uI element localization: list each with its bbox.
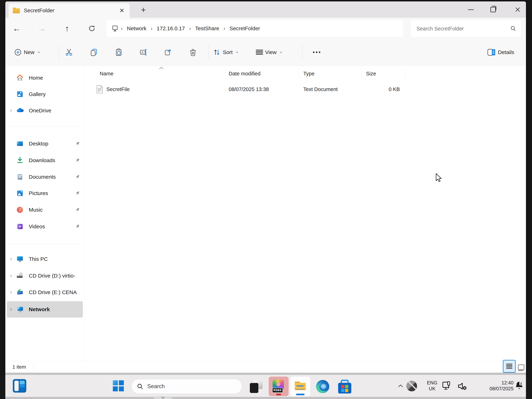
column-divider[interactable] bbox=[405, 68, 406, 80]
sidebar-label: Music bbox=[29, 207, 75, 213]
column-divider[interactable] bbox=[225, 68, 225, 80]
sidebar-label: This PC bbox=[29, 256, 83, 262]
this-pc-icon bbox=[112, 25, 118, 32]
sidebar-divider bbox=[9, 244, 80, 244]
status-divider bbox=[34, 363, 34, 371]
network-status-icon[interactable] bbox=[440, 380, 455, 392]
microsoft-store-icon[interactable] bbox=[337, 379, 352, 394]
minimize-button[interactable] bbox=[463, 4, 479, 15]
status-blocked-icon[interactable] bbox=[405, 380, 418, 392]
overlapping-windows-app-icon[interactable] bbox=[249, 380, 263, 394]
search-input[interactable] bbox=[416, 20, 502, 37]
new-tab-button[interactable]: + bbox=[138, 5, 149, 15]
column-header-size[interactable]: Size bbox=[366, 71, 376, 77]
search-icon bbox=[137, 383, 143, 390]
sidebar-item-network[interactable]: Network bbox=[7, 301, 83, 318]
search-box[interactable] bbox=[411, 20, 521, 37]
m365-badge: M365 bbox=[272, 388, 283, 393]
tab-secretfolder[interactable]: SecretFolder ✕ bbox=[8, 3, 130, 18]
delete-button[interactable] bbox=[184, 45, 202, 60]
notifications-dnd-button[interactable]: z bbox=[513, 380, 525, 392]
sidebar-item-music[interactable]: ♪ Music bbox=[7, 203, 83, 217]
command-bar: New bbox=[5, 39, 526, 66]
new-button[interactable]: New bbox=[12, 45, 43, 60]
widgets-icon[interactable] bbox=[13, 379, 27, 393]
pin-icon bbox=[75, 224, 80, 229]
breadcrumb-item-network[interactable]: Network bbox=[125, 24, 148, 32]
copy-icon bbox=[90, 48, 98, 56]
sidebar-item-cd-drive-d[interactable]: CD Drive (D:) virtio- bbox=[7, 269, 83, 283]
explorer-active-indicator bbox=[296, 394, 304, 395]
expand-chevron-icon[interactable] bbox=[7, 307, 15, 311]
file-explorer-window: SecretFolder ✕ + ← → ↑ bbox=[5, 1, 526, 373]
sidebar-item-home[interactable]: Home bbox=[7, 71, 83, 85]
breadcrumb-item-host[interactable]: 172.16.0.17 bbox=[155, 24, 187, 32]
sidebar-item-desktop[interactable]: Desktop bbox=[7, 136, 83, 151]
breadcrumb-separator: › bbox=[223, 26, 225, 32]
view-icon bbox=[256, 50, 263, 55]
hidden-window-handle[interactable] bbox=[154, 397, 172, 399]
rename-button[interactable]: A bbox=[135, 45, 152, 60]
file-explorer-app[interactable] bbox=[290, 377, 310, 396]
sidebar-label: CD Drive (E:) CENA bbox=[29, 289, 83, 295]
icons-view-toggle[interactable] bbox=[517, 363, 525, 371]
taskbar-search[interactable]: Search bbox=[132, 379, 242, 394]
view-button[interactable]: View bbox=[254, 45, 285, 60]
sidebar-item-onedrive[interactable]: OneDrive bbox=[7, 103, 83, 118]
cut-button[interactable] bbox=[60, 45, 77, 60]
close-icon bbox=[515, 7, 520, 12]
m365-copilot-app[interactable]: M365 bbox=[269, 377, 289, 396]
refresh-button[interactable] bbox=[84, 21, 99, 36]
close-button[interactable] bbox=[510, 4, 526, 15]
column-header-type[interactable]: Type bbox=[303, 71, 315, 77]
chevron-down-icon bbox=[279, 50, 283, 54]
search-icon bbox=[510, 25, 516, 32]
column-header-name[interactable]: Name bbox=[100, 71, 113, 77]
details-pane-button[interactable]: Details bbox=[485, 45, 519, 60]
back-button[interactable]: ← bbox=[9, 21, 24, 36]
details-view-toggle[interactable] bbox=[503, 360, 516, 373]
paste-button[interactable] bbox=[110, 45, 127, 60]
restore-button[interactable] bbox=[485, 4, 501, 15]
language-indicator[interactable]: ENG UK bbox=[424, 378, 440, 393]
restore-icon bbox=[490, 7, 496, 12]
expand-chevron-icon[interactable] bbox=[7, 290, 15, 294]
desktop-strip bbox=[5, 373, 526, 375]
show-hidden-icons-button[interactable] bbox=[396, 382, 405, 390]
volume-muted-icon[interactable] bbox=[455, 381, 469, 392]
tab-close-icon[interactable]: ✕ bbox=[119, 7, 125, 14]
breadcrumb-item-secretfolder[interactable]: SecretFolder bbox=[228, 24, 262, 32]
more-options-button[interactable]: ••• bbox=[307, 45, 327, 60]
sidebar-item-videos[interactable]: Videos bbox=[7, 219, 83, 234]
sidebar-item-this-pc[interactable]: This PC bbox=[7, 252, 83, 266]
sidebar-item-gallery[interactable]: Gallery bbox=[7, 87, 83, 101]
forward-button[interactable]: → bbox=[34, 21, 49, 36]
sidebar-item-downloads[interactable]: Downloads bbox=[7, 153, 83, 167]
expand-chevron-icon[interactable] bbox=[7, 109, 15, 113]
edge-browser-icon[interactable] bbox=[316, 380, 330, 394]
bell-dnd-icon: z bbox=[514, 381, 524, 391]
network-icon bbox=[15, 305, 25, 314]
taskbar-search-label: Search bbox=[147, 383, 165, 390]
sort-ascending-icon bbox=[159, 67, 164, 69]
folder-icon bbox=[13, 8, 20, 13]
start-button[interactable] bbox=[111, 379, 126, 393]
file-row-secretfile[interactable]: SecretFile 08/07/2025 13:38 Text Documen… bbox=[84, 83, 521, 96]
copy-button[interactable] bbox=[85, 45, 102, 60]
up-button[interactable]: ↑ bbox=[60, 21, 75, 36]
view-button-label: View bbox=[265, 49, 277, 55]
share-button[interactable] bbox=[159, 45, 177, 60]
language-code: ENG bbox=[427, 380, 437, 386]
home-icon bbox=[15, 74, 25, 82]
breadcrumb-item-testshare[interactable]: TestShare bbox=[194, 24, 221, 32]
expand-chevron-icon[interactable] bbox=[7, 257, 15, 261]
column-header-modified[interactable]: Date modified bbox=[229, 71, 260, 77]
sidebar-item-documents[interactable]: Documents bbox=[7, 170, 83, 184]
expand-chevron-icon[interactable] bbox=[7, 274, 15, 278]
sort-button[interactable]: Sort bbox=[211, 45, 241, 60]
sidebar-item-pictures[interactable]: Pictures bbox=[7, 186, 83, 200]
clock[interactable]: 12:40 08/07/2025 bbox=[469, 378, 513, 393]
pin-icon bbox=[75, 191, 80, 196]
column-divider[interactable] bbox=[298, 68, 299, 80]
sidebar-item-cd-drive-e[interactable]: CD Drive (E:) CENA bbox=[7, 285, 83, 299]
